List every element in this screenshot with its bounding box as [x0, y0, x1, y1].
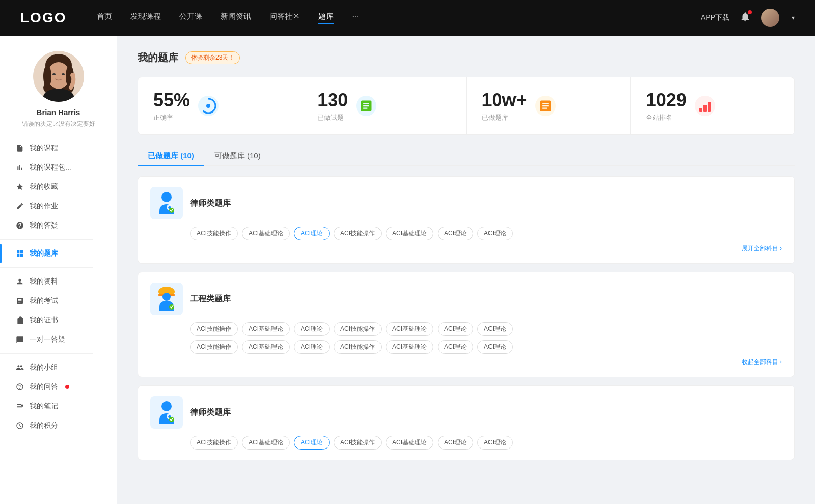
sidebar-item-cert[interactable]: 我的证书	[0, 311, 117, 330]
svg-point-14	[161, 192, 172, 202]
tag-e1-5[interactable]: ACI基础理论	[386, 322, 433, 336]
tag-l2-1[interactable]: ACI技能操作	[190, 436, 238, 450]
ranking-icon	[695, 96, 715, 116]
sidebar-label-group: 我的小组	[30, 363, 58, 372]
tag-l2-4[interactable]: ACI技能操作	[334, 436, 382, 450]
sidebar-label-bank: 我的题库	[30, 249, 58, 258]
user-avatar	[33, 51, 84, 102]
bar3	[708, 102, 711, 112]
bank-card-lawyer-2-header: 律师类题库	[150, 396, 782, 429]
sidebar-label-fav: 我的收藏	[30, 182, 58, 191]
star-icon	[15, 182, 24, 191]
sidebar-item-qa[interactable]: 我的答疑	[0, 216, 117, 235]
sidebar-item-course[interactable]: 我的课程	[0, 138, 117, 158]
stat-ranking-info: 1029 全站排名	[646, 90, 687, 122]
sidebar-menu: 我的课程 我的课程包... 我的收藏 我的作业	[0, 138, 117, 435]
tag-l1-3[interactable]: ACI理论	[294, 227, 330, 240]
sidebar-item-bank[interactable]: 我的题库	[0, 244, 117, 263]
sidebar-label-profile: 我的资料	[30, 277, 58, 286]
sidebar-item-profile[interactable]: 我的资料	[0, 272, 117, 291]
nav-news[interactable]: 新闻资讯	[221, 12, 251, 24]
stat-banks-label: 已做题库	[482, 113, 527, 122]
avatar[interactable]	[761, 9, 779, 27]
stat-accuracy: 55% 正确率	[138, 77, 302, 134]
stat-ranking: 1029 全站排名	[631, 77, 794, 134]
tag-l2-6[interactable]: ACI理论	[438, 436, 473, 450]
tag-l2-3[interactable]: ACI理论	[294, 436, 330, 450]
bank-card-engineer: 工程类题库 ACI技能操作 ACI基础理论 ACI理论 ACI技能操作 ACI基…	[138, 272, 795, 377]
notification-bell[interactable]	[740, 11, 751, 24]
nav-qa[interactable]: 问答社区	[269, 12, 300, 24]
tag-e2-2[interactable]: ACI基础理论	[242, 340, 290, 354]
app-download[interactable]: APP下载	[701, 13, 729, 22]
svg-point-5	[43, 65, 51, 88]
tag-e1-4[interactable]: ACI技能操作	[334, 322, 382, 336]
group-icon	[15, 363, 24, 372]
sidebar-item-myqa[interactable]: 我的问答	[0, 377, 117, 397]
tag-e1-2[interactable]: ACI基础理论	[242, 322, 290, 336]
bank-card-lawyer-1: 律师类题库 ACI技能操作 ACI基础理论 ACI理论 ACI技能操作 ACI基…	[138, 176, 795, 264]
divider-1	[0, 239, 93, 240]
page-header: 我的题库 体验剩余23天！	[138, 51, 795, 65]
question-icon	[15, 221, 24, 230]
sidebar-item-group[interactable]: 我的小组	[0, 358, 117, 377]
chart-icon	[15, 163, 24, 172]
sidebar-item-fav[interactable]: 我的收藏	[0, 177, 117, 197]
tag-e2-5[interactable]: ACI基础理论	[386, 340, 433, 354]
tag-e2-1[interactable]: ACI技能操作	[190, 340, 238, 354]
svg-point-22	[161, 401, 172, 411]
sidebar-label-homework: 我的作业	[30, 202, 58, 211]
main-content: 我的题库 体验剩余23天！ 55% 正确率	[117, 36, 815, 504]
bank-title-lawyer-1: 律师类题库	[190, 198, 231, 209]
stat-questions-info: 130 已做试题	[317, 90, 348, 122]
tag-e2-4[interactable]: ACI技能操作	[334, 340, 382, 354]
tag-e2-7[interactable]: ACI理论	[477, 340, 513, 354]
sidebar-label-qa: 我的答疑	[30, 221, 58, 230]
tag-l1-5[interactable]: ACI基础理论	[386, 227, 433, 240]
sidebar-label-cert: 我的证书	[30, 316, 58, 325]
tag-e2-6[interactable]: ACI理论	[438, 340, 473, 354]
sidebar-item-exam[interactable]: 我的考试	[0, 291, 117, 311]
sidebar-item-homework[interactable]: 我的作业	[0, 197, 117, 216]
sidebar-label-package: 我的课程包...	[30, 163, 71, 172]
expand-link-lawyer-1[interactable]: 展开全部科目 ›	[150, 244, 782, 253]
tag-l1-7[interactable]: ACI理论	[477, 227, 513, 240]
nav-open[interactable]: 公开课	[179, 12, 202, 24]
tag-l2-5[interactable]: ACI基础理论	[386, 436, 433, 450]
tag-l1-1[interactable]: ACI技能操作	[190, 227, 238, 240]
tab-done[interactable]: 已做题库 (10)	[138, 147, 204, 166]
accuracy-icon	[198, 96, 219, 116]
sidebar-item-package[interactable]: 我的课程包...	[0, 158, 117, 177]
tag-e1-1[interactable]: ACI技能操作	[190, 322, 238, 336]
nav-right: APP下载 ▾	[701, 9, 795, 27]
tag-l1-2[interactable]: ACI基础理论	[242, 227, 290, 240]
stat-accuracy-label: 正确率	[153, 113, 190, 122]
user-dropdown-arrow[interactable]: ▾	[792, 14, 795, 21]
tag-l1-4[interactable]: ACI技能操作	[334, 227, 382, 240]
bank-card-engineer-header: 工程类题库	[150, 283, 782, 315]
tag-e1-3[interactable]: ACI理论	[294, 322, 330, 336]
tag-l2-7[interactable]: ACI理论	[477, 436, 513, 450]
bank-tags-lawyer-2: ACI技能操作 ACI基础理论 ACI理论 ACI技能操作 ACI基础理论 AC…	[150, 436, 782, 450]
doc-icon	[15, 296, 24, 305]
sidebar-item-tutoring[interactable]: 一对一答疑	[0, 330, 117, 349]
divider-3	[0, 353, 93, 354]
tag-e2-3[interactable]: ACI理论	[294, 340, 330, 354]
tag-e1-6[interactable]: ACI理论	[438, 322, 473, 336]
collapse-link-engineer[interactable]: 收起全部科目 ›	[150, 358, 782, 367]
tag-l1-6[interactable]: ACI理论	[438, 227, 473, 240]
nav-home[interactable]: 首页	[97, 12, 112, 24]
sidebar-item-notes[interactable]: 我的笔记	[0, 397, 117, 416]
banks-icon	[535, 96, 556, 116]
questions-icon	[356, 96, 376, 116]
tag-l2-2[interactable]: ACI基础理论	[242, 436, 290, 450]
bank-card-lawyer-2: 律师类题库 ACI技能操作 ACI基础理论 ACI理论 ACI技能操作 ACI基…	[138, 385, 795, 460]
nav-discover[interactable]: 发现课程	[130, 12, 161, 24]
tag-e1-7[interactable]: ACI理论	[477, 322, 513, 336]
tab-available[interactable]: 可做题库 (10)	[204, 147, 271, 166]
sidebar-item-points[interactable]: 我的积分	[0, 416, 117, 435]
bank-card-lawyer-1-header: 律师类题库	[150, 187, 782, 219]
nav-more[interactable]: ···	[352, 12, 359, 24]
cert-icon	[15, 316, 24, 325]
nav-bank[interactable]: 题库	[318, 12, 334, 24]
